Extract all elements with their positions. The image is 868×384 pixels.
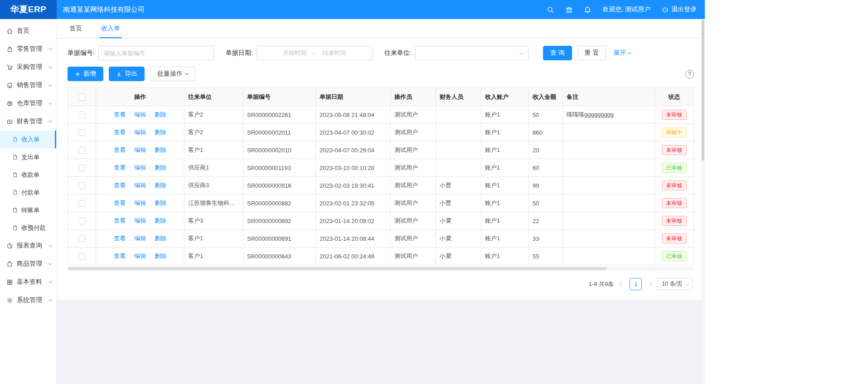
delete-link[interactable]: 删除 — [150, 199, 166, 206]
expand-toggle[interactable]: 展开 — [613, 49, 631, 57]
row-checkbox[interactable] — [78, 147, 85, 154]
logout-button[interactable]: 退出登录 — [661, 5, 697, 14]
sidebar-item-purchase[interactable]: 采购管理 — [0, 58, 56, 76]
horizontal-scrollbar[interactable] — [68, 267, 694, 271]
partner-cell: 客户3 — [184, 212, 243, 230]
status-badge: 未审核 — [662, 233, 687, 243]
doc-number-input[interactable] — [98, 46, 214, 60]
partner-cell: 客户1 — [184, 141, 243, 159]
batch-actions-button[interactable]: 批量操作 — [150, 67, 195, 81]
sidebar-subitem-transfer[interactable]: 转账单 — [0, 201, 56, 219]
edit-link[interactable]: 编辑 — [130, 199, 146, 206]
delete-link[interactable]: 删除 — [150, 235, 166, 242]
row-checkbox[interactable] — [78, 129, 85, 136]
sidebar-subitem-income[interactable]: 收入单 — [0, 131, 56, 148]
row-checkbox[interactable] — [78, 165, 85, 171]
next-page-button[interactable] — [646, 282, 653, 286]
status-badge: 未审核 — [662, 180, 687, 190]
delete-link[interactable]: 删除 — [150, 217, 166, 224]
sidebar-subitem-label: 转账单 — [21, 206, 40, 214]
sidebar-subitem-receipt[interactable]: 收款单 — [0, 166, 56, 184]
add-button[interactable]: 新增 — [68, 67, 103, 81]
vertical-scrollbar-thumb[interactable] — [702, 20, 704, 160]
sidebar-subitem-expense[interactable]: 支出单 — [0, 148, 56, 166]
view-link[interactable]: 查看 — [114, 217, 126, 224]
row-checkbox[interactable] — [78, 253, 85, 260]
select-all-checkbox[interactable] — [78, 94, 85, 101]
date-range-picker[interactable]: 开始时间 ~ 结束时间 — [257, 46, 373, 60]
welcome-user[interactable]: 欢迎您, 测试用户 — [602, 5, 650, 14]
edit-link[interactable]: 编辑 — [130, 164, 146, 171]
edit-link[interactable]: 编辑 — [130, 253, 146, 259]
finance-staff-cell — [436, 159, 481, 177]
edit-link[interactable]: 编辑 — [130, 146, 146, 153]
view-link[interactable]: 查看 — [114, 253, 126, 259]
chevron-down-icon — [49, 84, 52, 87]
view-link[interactable]: 查看 — [114, 182, 126, 189]
remark-cell — [563, 212, 655, 230]
sidebar-item-products[interactable]: 商品管理 — [0, 255, 56, 273]
view-link[interactable]: 查看 — [114, 129, 126, 136]
delete-link[interactable]: 删除 — [150, 164, 166, 171]
prev-page-button[interactable] — [618, 282, 625, 286]
chevron-right-icon — [648, 282, 652, 287]
number-cell: SR00000000691 — [243, 230, 316, 248]
row-checkbox[interactable] — [78, 200, 85, 207]
row-checkbox[interactable] — [78, 235, 85, 242]
edit-link[interactable]: 编辑 — [130, 235, 146, 242]
search-icon[interactable] — [547, 6, 554, 14]
delete-link[interactable]: 删除 — [150, 111, 166, 118]
row-checkbox[interactable] — [78, 218, 85, 224]
vertical-scrollbar[interactable] — [701, 19, 705, 384]
shopping-bag-icon — [6, 46, 13, 53]
bank-icon[interactable] — [565, 6, 573, 14]
operation-cell: 查看编辑删除 — [96, 248, 184, 265]
sidebar-item-finance[interactable]: 财务管理 — [0, 112, 56, 131]
edit-link[interactable]: 编辑 — [130, 182, 146, 189]
sidebar-subitem-payment[interactable]: 付款单 — [0, 184, 56, 201]
edit-link[interactable]: 编辑 — [130, 217, 146, 224]
search-button[interactable]: 查 询 — [543, 46, 572, 60]
sidebar-item-retail[interactable]: 零售管理 — [0, 40, 56, 58]
bell-icon[interactable] — [584, 6, 592, 14]
sidebar-item-sales[interactable]: 销售管理 — [0, 76, 56, 94]
export-button[interactable]: 导出 — [109, 67, 145, 81]
status-badge: 审核中 — [662, 127, 687, 137]
edit-link[interactable]: 编辑 — [130, 111, 146, 118]
sidebar-item-reports[interactable]: 报表查询 — [0, 237, 56, 255]
col-header-remark: 备注 — [563, 88, 655, 106]
reset-button[interactable]: 重 置 — [577, 46, 606, 60]
horizontal-scrollbar-thumb[interactable] — [68, 267, 606, 270]
date-end-placeholder: 结束时间 — [323, 49, 346, 57]
finance-staff-cell: 小夏 — [436, 248, 481, 265]
tab-income[interactable]: 收入单 — [99, 19, 122, 38]
sidebar-item-home[interactable]: 首页 — [0, 22, 56, 40]
document-icon — [12, 225, 18, 231]
partner-select[interactable] — [415, 46, 529, 60]
document-icon — [12, 190, 18, 195]
delete-link[interactable]: 删除 — [150, 129, 166, 136]
page-size-select[interactable]: 10 条/页 — [658, 278, 693, 290]
view-link[interactable]: 查看 — [114, 199, 126, 206]
delete-link[interactable]: 删除 — [150, 182, 166, 189]
sidebar-subitem-prepayment[interactable]: 收预付款 — [0, 219, 56, 237]
tab-home[interactable]: 首页 — [68, 19, 84, 38]
edit-link[interactable]: 编辑 — [130, 129, 146, 136]
delete-link[interactable]: 删除 — [150, 146, 166, 153]
partner-cell: 供应商1 — [184, 159, 243, 177]
view-link[interactable]: 查看 — [114, 111, 126, 118]
view-link[interactable]: 查看 — [114, 146, 126, 153]
table-row: 查看编辑删除 江苏德鲁生物科技有限... SR00000000882 2023-… — [68, 194, 694, 212]
sidebar-item-warehouse[interactable]: 仓库管理 — [0, 94, 56, 112]
delete-link[interactable]: 删除 — [150, 253, 166, 259]
page-number-button[interactable]: 1 — [630, 278, 642, 290]
view-link[interactable]: 查看 — [114, 235, 126, 242]
row-checkbox[interactable] — [78, 112, 85, 118]
sidebar-item-system[interactable]: 系统管理 — [0, 291, 56, 309]
view-link[interactable]: 查看 — [114, 164, 126, 171]
sidebar-item-basic-data[interactable]: 基本资料 — [0, 273, 56, 291]
help-icon[interactable] — [685, 70, 694, 78]
chevron-down-icon — [185, 71, 189, 75]
sidebar: 首页 零售管理 采购管理 销售管理 仓库管理 — [0, 19, 57, 384]
row-checkbox[interactable] — [78, 182, 85, 189]
